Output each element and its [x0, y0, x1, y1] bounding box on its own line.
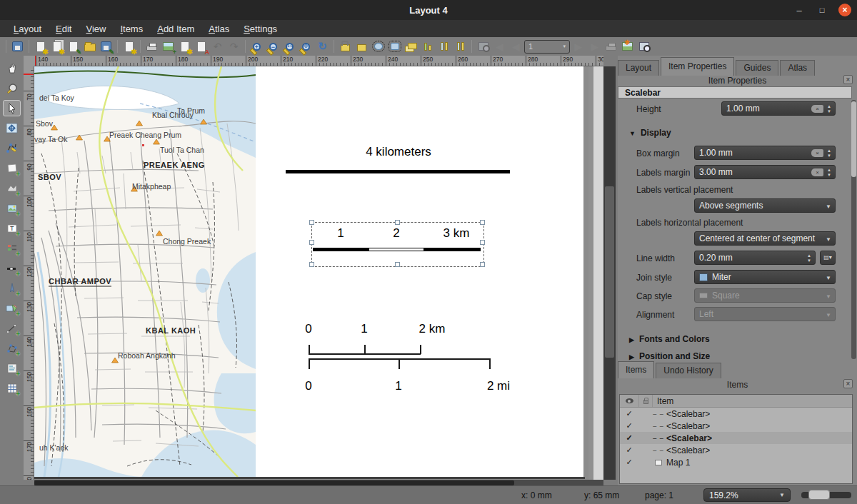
spinner-arrows-icon[interactable]: ▲▼	[806, 253, 813, 264]
zoom-full-icon[interactable]: ✣	[298, 39, 314, 55]
menu-settings[interactable]: Settings	[237, 22, 284, 36]
fonts-and-colors-group[interactable]: ▶Fonts and Colors	[629, 334, 710, 344]
export-image-icon[interactable]: +	[160, 39, 176, 55]
items-table-row[interactable]: ✓‒ ‒<Scalebar>	[620, 408, 852, 420]
scalebar2-segment-white[interactable]	[369, 248, 424, 251]
export-pdf-icon[interactable]: A	[193, 39, 209, 55]
map-item[interactable]: dei Ta KoyKbal ChrouyTa PrumSbovvay Ta O…	[34, 66, 256, 477]
add-arrow-tool-icon[interactable]	[3, 320, 21, 336]
spinner-arrows-icon[interactable]: ▲▼	[826, 104, 833, 115]
zoom-slider-thumb[interactable]	[808, 490, 830, 500]
visibility-checkbox[interactable]: ✓	[620, 433, 638, 443]
visibility-checkbox[interactable]: ✓	[620, 458, 638, 467]
scalebar3-bar[interactable]	[309, 353, 421, 355]
selection-handle[interactable]	[309, 262, 314, 267]
tab-guides[interactable]: Guides	[736, 60, 778, 76]
spinner-arrows-icon[interactable]: ▲▼	[826, 148, 833, 159]
move-content-icon[interactable]	[386, 39, 403, 55]
scalebar2-segment-black1[interactable]	[313, 248, 369, 251]
scalebar2-segment-black2[interactable]	[424, 248, 481, 251]
layout-manager-icon[interactable]: ✎	[65, 39, 81, 55]
zoom-out-icon[interactable]: −	[265, 39, 281, 55]
menu-items[interactable]: Items	[114, 22, 149, 36]
panel-close-icon[interactable]: ×	[843, 75, 853, 84]
canvas-vertical-scrollbar[interactable]	[603, 66, 616, 480]
tab-atlas[interactable]: Atlas	[780, 60, 815, 76]
selection-handle[interactable]	[309, 240, 314, 245]
redo-icon[interactable]: ↷	[226, 39, 242, 55]
line-width-spinbox[interactable]: 0.20 mm ▲▼	[694, 251, 816, 265]
add-shape-tool-icon[interactable]	[3, 300, 21, 316]
new-item-icon[interactable]: ✱	[121, 39, 137, 55]
atlas-page-combo[interactable]: 1 ▾	[524, 40, 570, 54]
clear-value-icon[interactable]: ×	[811, 105, 823, 113]
visibility-checkbox[interactable]: ✓	[620, 421, 638, 430]
print-atlas-icon[interactable]	[603, 39, 619, 55]
undo-icon[interactable]: ↶	[209, 39, 226, 55]
items-table-row[interactable]: ✓‒ ‒<Scalebar>	[620, 444, 852, 456]
zoom-actual-icon[interactable]: 1:1	[281, 39, 298, 55]
export-svg-icon[interactable]: ✱	[176, 39, 193, 55]
tab-items[interactable]: Items	[618, 361, 654, 378]
export-atlas-icon[interactable]	[619, 39, 636, 55]
selection-handle[interactable]	[480, 240, 485, 245]
labels-horizontal-placement-combo[interactable]: Centered at center of segment ▼	[694, 231, 836, 246]
distribute-items-icon[interactable]	[436, 39, 452, 55]
edit-nodes-tool-icon[interactable]	[3, 140, 21, 156]
join-style-combo[interactable]: Miter ▼	[694, 270, 836, 284]
menu-add-item[interactable]: Add Item	[151, 22, 201, 36]
add-picture-tool-icon[interactable]	[3, 200, 21, 216]
box-margin-spinbox[interactable]: 1.00 mm × ▲▼	[694, 146, 836, 160]
clear-value-icon[interactable]: ×	[811, 149, 823, 157]
duplicate-layout-icon[interactable]: ✱	[49, 39, 65, 55]
zoom-tool-icon[interactable]	[3, 80, 21, 96]
scalebar1-bar[interactable]	[286, 170, 510, 173]
add-html-tool-icon[interactable]	[3, 360, 21, 376]
selection-handle[interactable]	[480, 220, 485, 225]
selection-handle[interactable]	[395, 262, 400, 267]
refresh-icon[interactable]: ↻	[314, 39, 331, 55]
maximize-button[interactable]: □	[816, 4, 828, 16]
items-table-row[interactable]: ✓Map 1	[620, 456, 852, 468]
menu-atlas[interactable]: Atlas	[202, 22, 236, 36]
add-scalebar-tool-icon[interactable]	[3, 260, 21, 276]
spinner-arrows-icon[interactable]: ▲▼	[826, 167, 833, 178]
print-icon[interactable]	[144, 39, 160, 55]
open-folder-icon[interactable]	[81, 39, 98, 55]
items-table-row[interactable]: ✓‒ ‒<Scalebar>	[620, 420, 852, 432]
move-item-icon[interactable]	[370, 39, 386, 55]
tab-layout[interactable]: Layout	[618, 60, 659, 76]
atlas-next-icon[interactable]: ▶	[570, 39, 586, 55]
data-defined-override-icon[interactable]: ▤▾	[820, 251, 836, 265]
pan-tool-icon[interactable]	[3, 60, 21, 76]
group-items-icon[interactable]	[475, 39, 491, 55]
add-north-arrow-tool-icon[interactable]	[3, 280, 21, 296]
atlas-last-icon[interactable]: ▶	[586, 39, 603, 55]
atlas-prev-icon[interactable]: ◀	[508, 39, 524, 55]
menu-edit[interactable]: Edit	[49, 22, 78, 36]
unlock-items-icon[interactable]	[354, 39, 370, 55]
selection-handle[interactable]	[480, 262, 485, 267]
minimize-button[interactable]: –	[793, 4, 806, 16]
visibility-checkbox[interactable]: ✓	[620, 445, 638, 455]
new-layout-icon[interactable]: ✱	[32, 39, 49, 55]
scalebar1-title[interactable]: 4 kilometers	[366, 145, 431, 159]
move-content-tool-icon[interactable]	[3, 120, 21, 136]
selection-handle[interactable]	[395, 220, 400, 225]
add-label-tool-icon[interactable]: T	[3, 220, 21, 236]
atlas-first-icon[interactable]: ◀	[491, 39, 508, 55]
save-project-icon[interactable]	[9, 39, 26, 55]
add-map-tool-icon[interactable]	[3, 160, 21, 176]
height-spinbox[interactable]: 1.00 mm × ▲▼	[721, 101, 836, 116]
tab-undo-history[interactable]: Undo History	[656, 363, 721, 378]
save-layout-icon[interactable]: ✎	[98, 39, 114, 55]
layout-canvas[interactable]: dei Ta KoyKbal ChrouyTa PrumSbovvay Ta O…	[34, 66, 603, 480]
resize-items-icon[interactable]	[452, 39, 468, 55]
menu-view[interactable]: View	[79, 22, 112, 36]
close-button[interactable]: ×	[838, 4, 851, 16]
zoom-in-icon[interactable]: +	[249, 39, 265, 55]
visibility-checkbox[interactable]: ✓	[620, 409, 638, 418]
zoom-level-combo[interactable]: 159.2% ▼	[703, 488, 791, 502]
labels-margin-spinbox[interactable]: 3.00 mm × ▲▼	[694, 165, 836, 179]
zoom-slider[interactable]	[801, 492, 851, 498]
